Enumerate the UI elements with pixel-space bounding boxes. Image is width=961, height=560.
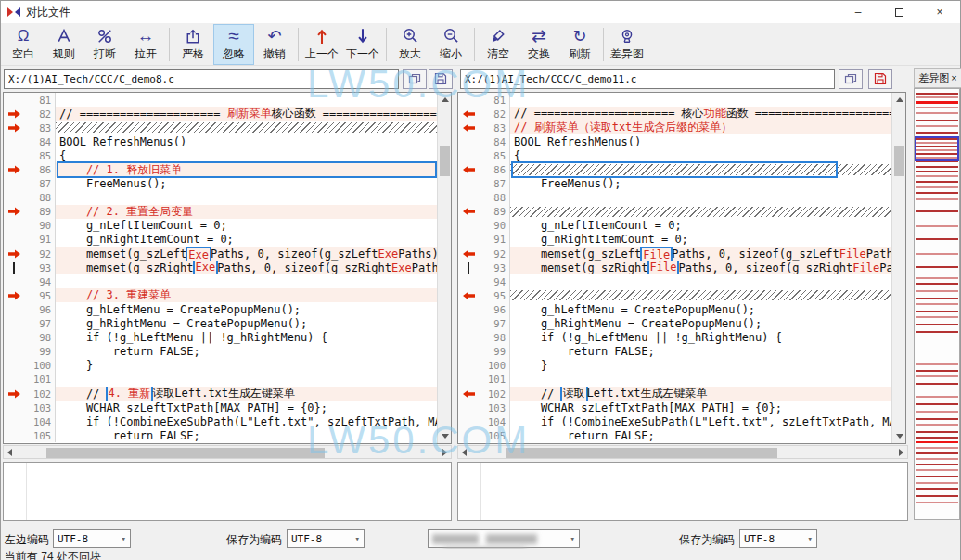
diff-mark[interactable] bbox=[916, 488, 958, 490]
diff-mark[interactable] bbox=[916, 447, 958, 449]
code-text[interactable]: memset(g_szRightExePaths, 0, sizeof(g_sz… bbox=[56, 261, 437, 274]
code-text[interactable]: g_nRightItemCount = 0; bbox=[56, 233, 437, 247]
left-save-encoding-select[interactable]: UTF-8▾ bbox=[287, 529, 365, 548]
code-line-84[interactable]: 84BOOL RefreshMenus() bbox=[4, 134, 437, 148]
code-line-102[interactable]: 102 // 4. 重新读取Left.txt生成左键菜单 bbox=[4, 387, 437, 401]
diff-mark[interactable] bbox=[916, 452, 958, 454]
code-text[interactable]: return FALSE; bbox=[510, 345, 891, 359]
diff-mark[interactable] bbox=[916, 277, 958, 279]
diff-mark[interactable] bbox=[916, 495, 958, 497]
code-line-87[interactable]: 87 FreeMenus(); bbox=[458, 177, 891, 191]
diff-mark[interactable] bbox=[916, 171, 958, 172]
diff-mark[interactable] bbox=[916, 166, 958, 168]
diffmap-close-icon[interactable]: × bbox=[951, 72, 956, 83]
code-text[interactable]: if (!g_hLeftMenu || !g_hRightMenu) { bbox=[56, 331, 437, 345]
right-open-file-button[interactable] bbox=[839, 69, 863, 89]
code-text[interactable]: g_hLeftMenu = CreatePopupMenu(); bbox=[510, 302, 891, 316]
code-line-95[interactable]: 95 bbox=[458, 288, 891, 302]
code-text[interactable]: memset(g_szLeftExePaths, 0, sizeof(g_szL… bbox=[56, 247, 437, 261]
code-line-100[interactable]: 100 } bbox=[4, 359, 437, 373]
right-horizontal-scrollbar[interactable] bbox=[457, 445, 908, 459]
toolbar-button-swap[interactable]: ⇄交换 bbox=[519, 24, 559, 65]
code-line-85[interactable]: 85{ bbox=[458, 148, 891, 162]
scroll-up-icon[interactable] bbox=[892, 93, 906, 107]
code-text[interactable] bbox=[510, 288, 891, 302]
code-text[interactable]: BOOL RefreshMenus() bbox=[510, 134, 891, 148]
code-line-86[interactable]: 86 // 1. 释放旧菜单 bbox=[4, 162, 437, 176]
diff-mark[interactable] bbox=[916, 303, 958, 305]
diff-mark[interactable] bbox=[916, 316, 958, 318]
toolbar-button-strict[interactable]: 严格 bbox=[173, 24, 213, 65]
toolbar-button-blank[interactable]: Ω空白 bbox=[3, 24, 44, 65]
code-text[interactable]: } bbox=[510, 359, 891, 373]
code-line-81[interactable]: 81 bbox=[458, 93, 891, 107]
scroll-down-icon[interactable] bbox=[438, 429, 452, 443]
code-text[interactable]: WCHAR szLeftTxtPath[MAX_PATH] = {0}; bbox=[510, 401, 891, 414]
minimize-button[interactable]: – bbox=[838, 1, 878, 23]
merge-left-arrow-icon[interactable] bbox=[458, 389, 479, 399]
toolbar-button-diffmap[interactable]: 差异图 bbox=[607, 24, 647, 65]
code-line-90[interactable]: 90 g_nLeftItemCount = 0; bbox=[4, 219, 437, 233]
code-text[interactable]: BOOL RefreshMenus() bbox=[56, 134, 437, 148]
toolbar-button-clear[interactable]: 清空 bbox=[478, 24, 519, 65]
diff-mark[interactable] bbox=[916, 502, 958, 503]
merge-right-arrow-icon[interactable] bbox=[4, 123, 24, 133]
code-line-97[interactable]: 97 g_hRightMenu = CreatePopupMenu(); bbox=[4, 317, 437, 331]
toolbar-button-ignore[interactable]: ≈忽略 bbox=[213, 24, 254, 65]
diff-mark[interactable] bbox=[916, 112, 958, 114]
code-line-86[interactable]: 86 bbox=[458, 162, 891, 176]
code-line-81[interactable]: 81 bbox=[4, 93, 437, 107]
diff-mark[interactable] bbox=[916, 411, 958, 413]
right-save-button[interactable] bbox=[868, 69, 892, 89]
code-line-88[interactable]: 88 bbox=[4, 191, 437, 205]
toolbar-button-undo[interactable]: ↶撤销 bbox=[254, 24, 295, 65]
diff-mark[interactable] bbox=[916, 198, 958, 200]
toolbar-button-break[interactable]: 打断 bbox=[84, 24, 125, 65]
diff-mark[interactable] bbox=[916, 210, 958, 212]
code-text[interactable]: if (!CombineExeSubPath(L"Left.txt", szLe… bbox=[56, 414, 437, 428]
diff-mark[interactable] bbox=[916, 186, 958, 188]
code-line-93[interactable]: 93 memset(g_szRightFilePaths, 0, sizeof(… bbox=[458, 261, 891, 274]
right-save-encoding-select[interactable]: UTF-8▾ bbox=[739, 529, 817, 548]
code-text[interactable]: FreeMenus(); bbox=[510, 177, 891, 191]
left-vscroll-thumb[interactable] bbox=[440, 146, 450, 176]
code-line-101[interactable]: 101 bbox=[4, 373, 437, 387]
diff-mark[interactable] bbox=[916, 476, 958, 477]
merge-right-arrow-icon[interactable] bbox=[4, 109, 24, 119]
code-line-93[interactable]: 93 memset(g_szRightExePaths, 0, sizeof(g… bbox=[4, 261, 437, 274]
code-text[interactable]: // 读取Left.txt生成左键菜单 bbox=[510, 387, 891, 401]
right-hscroll-thumb[interactable] bbox=[506, 448, 777, 458]
code-text[interactable]: WCHAR szLeftTxtPath[MAX_PATH] = {0}; bbox=[56, 401, 437, 414]
merge-left-arrow-icon[interactable] bbox=[458, 249, 479, 259]
diff-mark[interactable] bbox=[916, 283, 958, 285]
diff-mark[interactable] bbox=[916, 181, 958, 183]
diff-mark[interactable] bbox=[916, 383, 958, 385]
code-text[interactable] bbox=[56, 191, 437, 205]
code-line-83[interactable]: 83 bbox=[4, 121, 437, 134]
code-text[interactable] bbox=[510, 373, 891, 387]
code-text[interactable] bbox=[56, 93, 437, 107]
code-line-85[interactable]: 85{ bbox=[4, 148, 437, 162]
diff-mark[interactable] bbox=[916, 431, 958, 433]
diff-mark[interactable] bbox=[916, 324, 958, 325]
code-text[interactable]: g_nRightItemCount = 0; bbox=[510, 233, 891, 247]
scroll-right-icon[interactable] bbox=[895, 446, 907, 458]
code-line-92[interactable]: 92 memset(g_szLeftFilePaths, 0, sizeof(g… bbox=[458, 247, 891, 261]
diff-mark[interactable] bbox=[916, 370, 958, 372]
right-vertical-scrollbar[interactable] bbox=[891, 93, 905, 443]
merge-left-arrow-icon[interactable] bbox=[458, 123, 479, 133]
code-line-96[interactable]: 96 g_hLeftMenu = CreatePopupMenu(); bbox=[458, 302, 891, 316]
diff-mark[interactable] bbox=[916, 311, 958, 312]
code-line-88[interactable]: 88 bbox=[458, 191, 891, 205]
left-encoding-select[interactable]: UTF-8▾ bbox=[53, 529, 131, 548]
diff-mark[interactable] bbox=[916, 482, 958, 484]
toolbar-button-next[interactable]: 下一个 bbox=[342, 24, 383, 65]
left-horizontal-scrollbar[interactable] bbox=[3, 445, 452, 459]
code-text[interactable] bbox=[56, 373, 437, 387]
left-file-path-input[interactable] bbox=[4, 69, 399, 89]
code-line-94[interactable]: 94 bbox=[458, 274, 891, 288]
merge-right-arrow-icon[interactable] bbox=[4, 207, 24, 216]
merge-left-arrow-icon[interactable] bbox=[458, 109, 479, 119]
diff-mark[interactable] bbox=[916, 253, 958, 255]
diff-mark[interactable] bbox=[916, 331, 958, 333]
